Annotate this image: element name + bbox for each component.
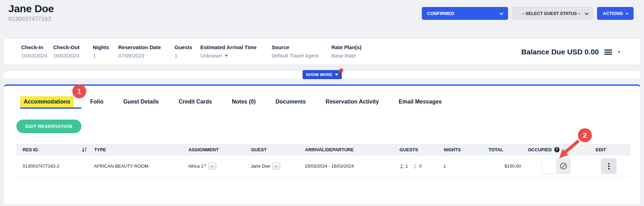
triangle-down-icon bbox=[335, 74, 338, 76]
summary-field-check-in: Check-In 15/03/2024 bbox=[21, 44, 47, 59]
field-label: Guests bbox=[175, 44, 192, 50]
summary-field-guests: Guests 1 bbox=[175, 44, 192, 59]
cell-guests: 1 0 bbox=[396, 163, 440, 169]
vertical-ellipsis-icon bbox=[608, 166, 610, 167]
field-label: Estimated Arrival Time bbox=[200, 44, 257, 50]
chevron-down-icon bbox=[626, 12, 628, 14]
field-label: Check-In bbox=[21, 44, 47, 50]
no-entry-icon bbox=[560, 163, 567, 169]
cell-nights: 1 bbox=[440, 163, 485, 169]
annotation-arrow bbox=[552, 138, 584, 163]
child-icon bbox=[413, 164, 418, 169]
field-label: Source bbox=[272, 44, 319, 50]
adult-icon bbox=[399, 164, 404, 169]
tab-documents[interactable]: Documents bbox=[275, 96, 306, 107]
summary-field-estimated-arrival: Estimated Arrival Time Unknown bbox=[200, 44, 257, 59]
column-edit: EDIT bbox=[592, 144, 630, 155]
cell-res-id: 0130037477163-2 bbox=[16, 163, 91, 169]
tab-credit-cards[interactable]: Credit Cards bbox=[179, 96, 212, 107]
edit-reservation-label: EDIT RESERVATION bbox=[25, 124, 72, 129]
edit-reservation-button[interactable]: EDIT RESERVATION bbox=[16, 120, 81, 133]
tab-guest-details[interactable]: Guest Details bbox=[123, 96, 159, 107]
summary-field-rate-plans: Rate Plan(s) Base Rate bbox=[331, 44, 362, 59]
chevron-down-icon bbox=[275, 164, 277, 167]
cell-assignment: Africa 1 * bbox=[185, 162, 248, 170]
column-guests: GUESTS bbox=[396, 144, 440, 155]
summary-field-check-out: Check-Out 16/03/2024 bbox=[53, 44, 80, 59]
menu-icon[interactable] bbox=[604, 49, 612, 51]
actions-button[interactable]: ACTIONS bbox=[597, 7, 634, 20]
field-label: Nights bbox=[93, 44, 109, 50]
column-arrival-departure: ARRIVAL/DEPARTURE bbox=[301, 144, 396, 155]
sort-icon[interactable] bbox=[82, 147, 87, 152]
cell-total: $150.00 bbox=[485, 163, 524, 169]
cell-edit bbox=[592, 158, 630, 174]
caret-down-icon[interactable] bbox=[618, 51, 620, 53]
reservation-status-label: CONFIRMED bbox=[427, 11, 454, 16]
field-value: 16/03/2024 bbox=[53, 53, 80, 59]
field-value: 07/09/2023 bbox=[118, 53, 161, 59]
assignment-dropdown[interactable] bbox=[208, 162, 216, 170]
guest-status-dropdown[interactable]: – SELECT GUEST STATUS – bbox=[512, 7, 593, 20]
page-header: Jane Doe 0130037477163 bbox=[8, 3, 54, 23]
table-header-row: RES ID TYPE ASSIGNMENT GUEST ARRIVAL/DEP… bbox=[16, 144, 630, 155]
chevron-down-icon bbox=[211, 164, 214, 167]
guest-dropdown[interactable] bbox=[272, 162, 280, 170]
guest-status-label: – SELECT GUEST STATUS – bbox=[517, 11, 585, 16]
reservation-detail-panel: Accommodations Folio Guest Details Credi… bbox=[3, 84, 641, 205]
column-res-id: RES ID bbox=[16, 144, 91, 155]
chevron-down-icon bbox=[499, 11, 503, 15]
summary-field-nights: Nights 1 bbox=[93, 44, 109, 59]
field-value: 15/03/2024 bbox=[21, 53, 47, 59]
cell-arrival-departure: 15/03/2024 - 16/03/2024 bbox=[301, 163, 396, 169]
reservation-status-dropdown[interactable]: CONFIRMED bbox=[422, 7, 508, 20]
column-nights: NIGHTS bbox=[440, 144, 485, 155]
arrival-time-dropdown[interactable]: Unknown bbox=[200, 53, 257, 59]
column-assignment: ASSIGNMENT bbox=[185, 144, 248, 155]
field-value: Default Travel Agent bbox=[272, 53, 319, 59]
header-actions: CONFIRMED – SELECT GUEST STATUS – ACTION… bbox=[422, 7, 634, 20]
page-title: Jane Doe bbox=[8, 3, 54, 15]
column-total: TOTAL bbox=[485, 144, 524, 155]
show-more-button[interactable]: SHOW MORE bbox=[303, 70, 342, 79]
column-type: TYPE bbox=[91, 144, 185, 155]
show-more-label: SHOW MORE bbox=[306, 73, 332, 77]
field-label: Rate Plan(s) bbox=[331, 44, 362, 50]
balance-due-text: Balance Due USD 0.00 bbox=[521, 48, 599, 56]
reservation-summary-card: Check-In 15/03/2024 Check-Out 16/03/2024… bbox=[3, 38, 641, 65]
tab-email-messages[interactable]: Email Messages bbox=[399, 96, 442, 107]
summary-field-reservation-date: Reservation Date 07/09/2023 bbox=[118, 44, 161, 59]
field-value: 1 bbox=[93, 53, 109, 59]
accommodations-table: RES ID TYPE ASSIGNMENT GUEST ARRIVAL/DEP… bbox=[16, 144, 630, 177]
chevron-down-icon bbox=[585, 11, 588, 15]
child-count: 0 bbox=[419, 163, 421, 169]
field-label: Reservation Date bbox=[118, 44, 161, 50]
tab-reservation-activity[interactable]: Reservation Activity bbox=[325, 96, 379, 107]
adult-count: 1 bbox=[405, 163, 408, 169]
column-guest: GUEST bbox=[248, 144, 301, 155]
annotation-step-2-badge: 2 bbox=[578, 128, 592, 142]
cell-guest: Jane Doe bbox=[248, 162, 301, 170]
table-row: 0130037477163-2 AFRICAN BEAUTY ROOM Afri… bbox=[16, 155, 630, 177]
tab-accommodations[interactable]: Accommodations bbox=[20, 96, 74, 107]
balance-due-area: Balance Due USD 0.00 bbox=[521, 39, 620, 65]
required-asterisk-icon: * bbox=[204, 163, 206, 170]
row-edit-menu-button[interactable] bbox=[601, 158, 617, 174]
reservation-number: 0130037477163 bbox=[8, 16, 54, 23]
chevron-down-icon bbox=[225, 55, 228, 57]
tab-bar: Accommodations Folio Guest Details Credi… bbox=[24, 96, 442, 107]
tab-folio[interactable]: Folio bbox=[90, 96, 103, 107]
tab-notes[interactable]: Notes (0) bbox=[232, 96, 256, 107]
cell-type: AFRICAN BEAUTY ROOM bbox=[91, 163, 185, 169]
field-value: 1 bbox=[175, 53, 192, 59]
summary-field-source: Source Default Travel Agent bbox=[272, 44, 319, 59]
field-value: Base Rate bbox=[331, 53, 362, 59]
annotation-step-1-badge: 1 bbox=[72, 84, 86, 98]
actions-label: ACTIONS bbox=[603, 11, 623, 16]
notification-dot bbox=[339, 68, 343, 73]
field-label: Check-Out bbox=[53, 44, 80, 50]
